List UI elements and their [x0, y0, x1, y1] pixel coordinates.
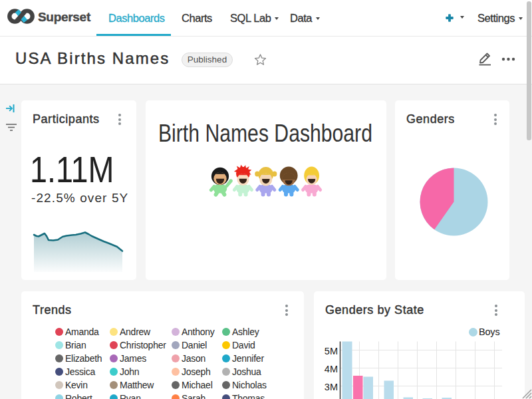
svg-text:4M: 4M: [325, 364, 338, 374]
svg-text:5M: 5M: [325, 346, 338, 356]
svg-text:3M: 3M: [325, 382, 338, 392]
